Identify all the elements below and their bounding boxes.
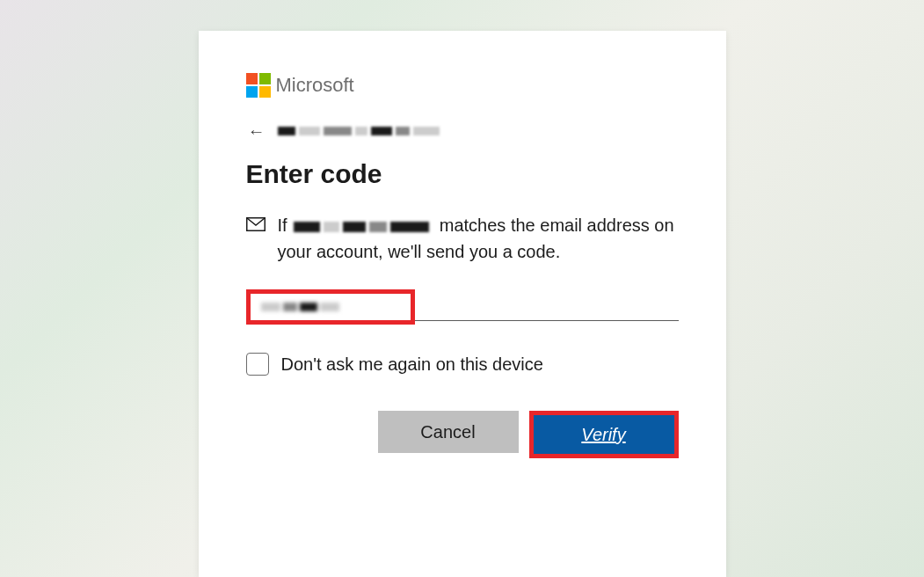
action-buttons: Cancel Verify bbox=[246, 411, 679, 458]
code-input-highlight bbox=[246, 289, 415, 325]
code-input[interactable] bbox=[261, 303, 400, 311]
remember-device-row: Don't ask me again on this device bbox=[246, 353, 679, 376]
cancel-button[interactable]: Cancel bbox=[378, 411, 519, 453]
email-redacted bbox=[294, 222, 429, 232]
instruction-row: If matches the email address on your acc… bbox=[246, 212, 679, 265]
identity-row: ← bbox=[246, 122, 679, 140]
brand-logo: Microsoft bbox=[246, 73, 679, 98]
back-arrow-icon[interactable]: ← bbox=[248, 122, 266, 140]
auth-card: Microsoft ← Enter code If bbox=[199, 31, 726, 577]
account-identifier-redacted bbox=[278, 127, 440, 135]
envelope-icon bbox=[246, 217, 266, 235]
remember-device-label: Don't ask me again on this device bbox=[281, 354, 543, 375]
brand-name: Microsoft bbox=[276, 74, 354, 97]
verify-button[interactable]: Verify bbox=[534, 415, 674, 454]
instruction-prefix: If bbox=[278, 215, 287, 235]
verify-button-highlight: Verify bbox=[529, 411, 679, 458]
instruction-text: If matches the email address on your acc… bbox=[278, 212, 679, 265]
microsoft-logo-icon bbox=[246, 73, 271, 98]
remember-device-checkbox[interactable] bbox=[246, 353, 269, 376]
page-title: Enter code bbox=[246, 159, 679, 189]
